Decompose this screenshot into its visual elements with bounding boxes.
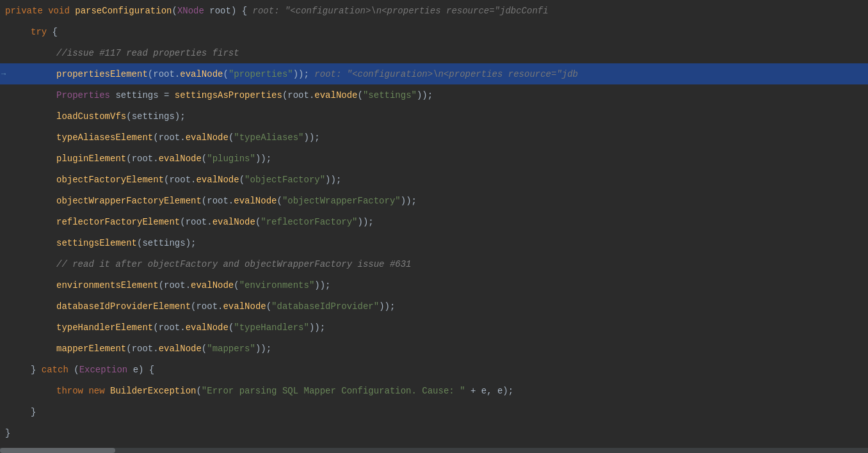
code-line: environmentsElement(root.evalNode("envir… [0, 274, 868, 296]
code-line: pluginElement(root.evalNode("plugins")); [0, 148, 868, 169]
line-content: } [5, 428, 10, 438]
line-content: objectWrapperFactoryElement(root.evalNod… [5, 196, 417, 206]
token-string: "properties" [229, 69, 293, 79]
token-plain: root. [132, 344, 159, 354]
token-string: "plugins" [207, 154, 255, 164]
token-plain: root. [159, 322, 186, 333]
line-content: pluginElement(root.evalNode("plugins")); [5, 154, 271, 164]
token-comment: // read it after objectFactory and objec… [56, 259, 412, 269]
code-line: databaseIdProviderElement(root.evalNode(… [0, 296, 868, 317]
code-line: objectFactoryElement(root.evalNode("obje… [0, 169, 868, 190]
token-plain: root [209, 6, 231, 16]
token-method: pluginElement [56, 154, 126, 164]
token-plain: root. [153, 69, 180, 79]
token-paren: ( [234, 280, 239, 290]
line-content: mapperElement(root.evalNode("mappers")); [5, 344, 271, 354]
token-method: evalNode [234, 196, 277, 206]
token-param: Properties [56, 90, 115, 100]
scrollbar-thumb[interactable] [0, 448, 115, 453]
code-line: mapperElement(root.evalNode("mappers")); [0, 338, 868, 359]
token-paren: )); [255, 154, 271, 164]
code-line: settingsElement(settings); [0, 232, 868, 253]
token-string: "reflectorFactory" [261, 217, 357, 227]
token-paren: ); [175, 111, 186, 122]
token-paren: } [5, 428, 10, 438]
token-paren: ( [358, 90, 363, 100]
token-paren: )); [379, 301, 395, 312]
line-content: } catch (Exception e) { [5, 365, 154, 375]
token-paren: ( [180, 217, 185, 227]
token-method: parseConfiguration [75, 6, 172, 16]
line-content: environmentsElement(root.evalNode("envir… [5, 280, 331, 290]
code-line: typeHandlerElement(root.evalNode("typeHa… [0, 317, 868, 338]
code-line: } [0, 422, 868, 443]
line-content: reflectorFactoryElement(root.evalNode("r… [5, 217, 374, 227]
token-hint: root: "<configuration>\n<properties reso… [247, 6, 548, 16]
token-method: typeAliasesElement [56, 132, 153, 143]
token-param: Exception [79, 365, 133, 375]
token-paren: ( [277, 196, 282, 206]
token-kw: void [48, 6, 75, 16]
token-kw: try [31, 27, 52, 37]
horizontal-scrollbar[interactable] [0, 448, 868, 453]
token-paren: ( [126, 344, 131, 354]
token-string: "typeHandlers" [234, 322, 309, 333]
code-line: try { [0, 21, 868, 42]
code-line: reflectorFactoryElement(root.evalNode("r… [0, 211, 868, 232]
token-paren: )); [401, 196, 417, 206]
token-plain: root. [132, 154, 159, 164]
token-paren: ( [159, 280, 164, 290]
token-plain: settings = [115, 90, 174, 100]
token-paren: ( [148, 69, 153, 79]
token-paren: )); [309, 322, 325, 333]
token-string: "databaseIdProvider" [271, 301, 379, 312]
code-line: Properties settings = settingsAsProperti… [0, 84, 868, 106]
code-lines: private void parseConfiguration(XNode ro… [0, 0, 868, 453]
token-method: loadCustomVfs [56, 111, 126, 122]
token-paren: ( [202, 344, 207, 354]
token-plain: root. [159, 132, 186, 143]
line-content: loadCustomVfs(settings); [5, 111, 186, 122]
token-method: evalNode [196, 175, 239, 185]
token-method: mapperElement [56, 344, 126, 354]
token-paren: ); [186, 238, 197, 248]
code-editor: private void parseConfiguration(XNode ro… [0, 0, 868, 453]
token-paren: ( [153, 132, 158, 143]
token-string: "objectWrapperFactory" [282, 196, 401, 206]
token-method: propertiesElement [56, 69, 148, 79]
code-line: private void parseConfiguration(XNode ro… [0, 0, 868, 21]
token-method: settingsElement [56, 238, 137, 248]
token-paren: )); [304, 132, 320, 143]
token-method: environmentsElement [56, 280, 159, 290]
token-string: "mappers" [207, 344, 255, 354]
token-paren: { [52, 27, 58, 37]
token-paren: ( [153, 322, 158, 333]
token-method: evalNode [213, 217, 255, 227]
token-hint: root: "<configuration>\n<properties reso… [309, 69, 578, 79]
line-content: } [5, 407, 36, 417]
token-kw: throw [56, 386, 88, 396]
token-string: "environments" [239, 280, 315, 290]
token-method: evalNode [180, 69, 223, 79]
line-content: typeHandlerElement(root.evalNode("typeHa… [5, 322, 325, 333]
token-plain: settings [132, 111, 175, 122]
token-method: objectWrapperFactoryElement [56, 196, 202, 206]
code-line: loadCustomVfs(settings); [0, 106, 868, 127]
token-paren: ( [74, 365, 79, 375]
code-line: throw new BuilderException("Error parsin… [0, 380, 868, 401]
code-line: } [0, 401, 868, 422]
token-paren: ( [266, 301, 271, 312]
token-plain: root. [164, 280, 191, 290]
token-plain: e [133, 365, 138, 375]
token-method: reflectorFactoryElement [56, 217, 180, 227]
token-method: evalNode [159, 154, 202, 164]
token-string: "Error parsing SQL Mapper Configuration.… [202, 386, 465, 396]
token-method: evalNode [186, 322, 229, 333]
token-paren: ( [126, 111, 131, 122]
line-content: private void parseConfiguration(XNode ro… [5, 6, 549, 16]
token-paren: ( [202, 196, 207, 206]
line-content: try { [5, 27, 58, 37]
line-content: //issue #117 read properties first [5, 48, 239, 58]
token-plain: root. [207, 196, 234, 206]
line-content: typeAliasesElement(root.evalNode("typeAl… [5, 132, 320, 143]
